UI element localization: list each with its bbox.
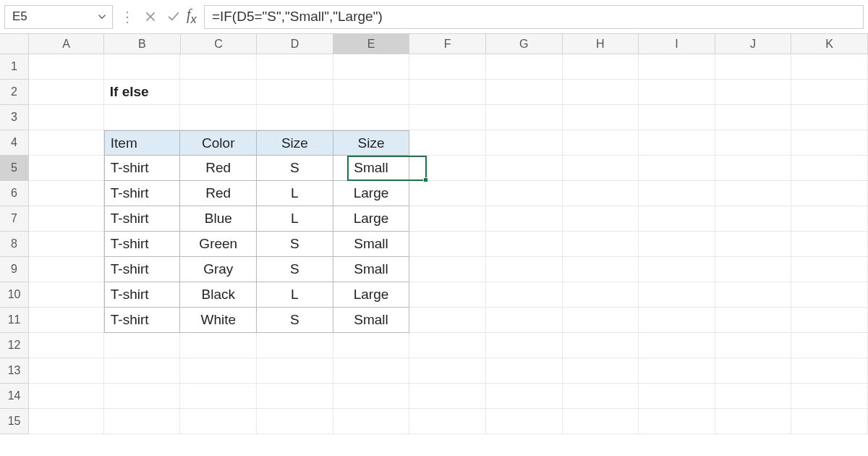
cell-D3[interactable]: [257, 105, 333, 130]
cell-I2[interactable]: [639, 80, 715, 105]
column-header-C[interactable]: C: [181, 34, 258, 54]
cell-I3[interactable]: [639, 105, 715, 130]
cell-F1[interactable]: [409, 54, 486, 80]
cell-I12[interactable]: [639, 333, 715, 358]
cell-J13[interactable]: [715, 358, 792, 384]
cell-E3[interactable]: [333, 105, 410, 130]
cell-H8[interactable]: [563, 232, 639, 257]
cell-G1[interactable]: [486, 54, 563, 80]
cell-C11[interactable]: White: [180, 308, 257, 333]
cell-A15[interactable]: [29, 409, 104, 434]
cell-G9[interactable]: [486, 257, 563, 282]
cell-D7[interactable]: L: [257, 206, 333, 232]
cell-C1[interactable]: [180, 54, 257, 80]
cell-J10[interactable]: [715, 282, 792, 308]
cell-D9[interactable]: S: [257, 257, 333, 282]
cell-D8[interactable]: S: [257, 232, 333, 257]
cell-H6[interactable]: [563, 181, 639, 206]
cell-I7[interactable]: [639, 206, 715, 232]
column-header-J[interactable]: J: [715, 34, 792, 54]
cell-J15[interactable]: [715, 409, 792, 434]
cell-E8[interactable]: Small: [333, 232, 410, 257]
cell-E5[interactable]: Small: [333, 156, 410, 181]
row-header-10[interactable]: 10: [0, 282, 29, 308]
cell-K1[interactable]: [791, 54, 868, 80]
cell-A6[interactable]: [29, 181, 104, 206]
cell-K3[interactable]: [791, 105, 868, 130]
cell-A1[interactable]: [29, 54, 104, 80]
cell-E9[interactable]: Small: [333, 257, 410, 282]
cell-C12[interactable]: [180, 333, 257, 358]
row-header-2[interactable]: 2: [0, 80, 29, 105]
row-header-13[interactable]: 13: [0, 358, 29, 384]
row-header-3[interactable]: 3: [0, 105, 29, 130]
cell-J3[interactable]: [715, 105, 792, 130]
cell-K12[interactable]: [791, 333, 868, 358]
cell-K4[interactable]: [791, 130, 868, 156]
name-box[interactable]: [5, 7, 92, 27]
cell-A9[interactable]: [29, 257, 104, 282]
cell-G12[interactable]: [486, 333, 563, 358]
cell-D11[interactable]: S: [257, 308, 333, 333]
cell-J4[interactable]: [715, 130, 792, 156]
cell-I15[interactable]: [639, 409, 715, 434]
cell-B14[interactable]: [104, 384, 181, 409]
column-header-E[interactable]: E: [333, 34, 410, 54]
cell-E4[interactable]: Size: [333, 130, 410, 156]
cell-A3[interactable]: [29, 105, 104, 130]
cell-G4[interactable]: [486, 130, 563, 156]
cell-G14[interactable]: [486, 384, 563, 409]
cell-I11[interactable]: [639, 308, 715, 333]
cell-I8[interactable]: [639, 232, 715, 257]
cell-H13[interactable]: [563, 358, 639, 384]
cell-F6[interactable]: [409, 181, 486, 206]
cell-F14[interactable]: [409, 384, 486, 409]
cell-D2[interactable]: [257, 80, 333, 105]
cell-A10[interactable]: [29, 282, 104, 308]
cell-D13[interactable]: [257, 358, 333, 384]
cell-C6[interactable]: Red: [180, 181, 257, 206]
cell-A8[interactable]: [29, 232, 104, 257]
cell-F8[interactable]: [409, 232, 486, 257]
cell-H12[interactable]: [563, 333, 639, 358]
cell-B15[interactable]: [104, 409, 181, 434]
column-header-K[interactable]: K: [791, 34, 868, 54]
cell-B1[interactable]: [104, 54, 181, 80]
cell-B5[interactable]: T-shirt: [104, 156, 181, 181]
column-header-F[interactable]: F: [409, 34, 486, 54]
cell-G11[interactable]: [486, 308, 563, 333]
cell-J6[interactable]: [715, 181, 792, 206]
row-header-1[interactable]: 1: [0, 54, 29, 80]
cell-E11[interactable]: Small: [333, 308, 410, 333]
cell-E14[interactable]: [333, 384, 410, 409]
cell-E13[interactable]: [333, 358, 410, 384]
cell-D4[interactable]: Size: [257, 130, 333, 156]
cell-G8[interactable]: [486, 232, 563, 257]
cell-H10[interactable]: [563, 282, 639, 308]
cell-C8[interactable]: Green: [180, 232, 257, 257]
cell-J2[interactable]: [715, 80, 792, 105]
cell-B8[interactable]: T-shirt: [104, 232, 181, 257]
cell-F5[interactable]: [409, 156, 486, 181]
cell-H11[interactable]: [563, 308, 639, 333]
cell-J5[interactable]: [715, 156, 792, 181]
cell-K10[interactable]: [791, 282, 868, 308]
cell-D14[interactable]: [257, 384, 333, 409]
cell-J14[interactable]: [715, 384, 792, 409]
cell-A12[interactable]: [29, 333, 104, 358]
cell-G3[interactable]: [486, 105, 563, 130]
cell-G15[interactable]: [486, 409, 563, 434]
cell-C2[interactable]: [180, 80, 257, 105]
cell-A4[interactable]: [29, 130, 104, 156]
cell-B9[interactable]: T-shirt: [104, 257, 181, 282]
cell-F2[interactable]: [409, 80, 486, 105]
column-header-I[interactable]: I: [639, 34, 715, 54]
cell-A14[interactable]: [29, 384, 104, 409]
cell-B10[interactable]: T-shirt: [104, 282, 181, 308]
row-header-12[interactable]: 12: [0, 333, 29, 358]
cell-H1[interactable]: [563, 54, 639, 80]
cell-F13[interactable]: [409, 358, 486, 384]
cell-K15[interactable]: [791, 409, 868, 434]
cell-A5[interactable]: [29, 156, 104, 181]
cell-K8[interactable]: [791, 232, 868, 257]
